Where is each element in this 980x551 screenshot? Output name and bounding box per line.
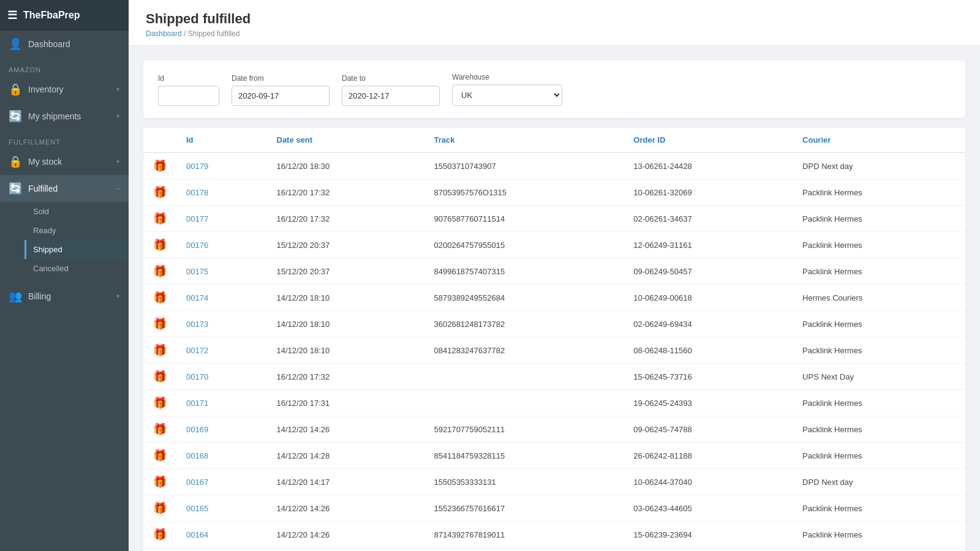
row-package-icon: 🎁 <box>153 502 167 514</box>
table-row: 🎁 00179 16/12/20 18:30 15503710743907 13… <box>143 152 965 179</box>
sidebar-item-billing[interactable]: 👥 Billing + <box>0 283 129 310</box>
breadcrumb-parent[interactable]: Dashboard <box>146 29 182 38</box>
sidebar-subitem-ready[interactable]: Ready <box>24 221 129 240</box>
row-id-link[interactable]: 00178 <box>186 188 208 197</box>
row-icon-cell: 🎁 <box>143 469 176 495</box>
row-order-id-cell: 15-06245-73716 <box>624 364 793 390</box>
row-id-cell: 00170 <box>176 364 267 390</box>
row-id-link[interactable]: 00168 <box>186 451 208 460</box>
row-id-link[interactable]: 00167 <box>186 478 208 487</box>
row-id-link[interactable]: 00172 <box>186 346 208 355</box>
row-date-sent-cell: 14/12/20 18:10 <box>267 285 424 311</box>
th-icon <box>143 128 176 152</box>
table-row: 🎁 00171 16/12/20 17:31 19-06245-24393 Pa… <box>143 390 965 416</box>
row-track-cell <box>424 390 624 416</box>
table-row: 🎁 00165 14/12/20 14:26 1552366757616617 … <box>143 495 965 522</box>
row-icon-cell: 🎁 <box>143 206 176 232</box>
fulfilled-icon: 🔄 <box>9 182 22 195</box>
row-date-sent-cell: 14/12/20 14:26 <box>267 548 424 552</box>
row-courier-cell: Packlink Hermes <box>793 232 965 258</box>
row-courier-cell: Packlink Hermes <box>793 548 965 552</box>
table-row: 🎁 00164 14/12/20 14:26 8714392767819011 … <box>143 522 965 548</box>
row-id-link[interactable]: 00175 <box>186 267 208 276</box>
sidebar-item-fulfilled-label: Fulfilled <box>28 184 58 193</box>
sidebar-item-my-stock[interactable]: 🔒 My stock + <box>0 148 129 175</box>
row-date-sent-cell: 15/12/20 20:37 <box>267 258 424 285</box>
table-body: 🎁 00179 16/12/20 18:30 15503710743907 13… <box>143 152 965 551</box>
row-date-sent-cell: 14/12/20 18:10 <box>267 311 424 337</box>
row-package-icon: 🎁 <box>153 160 167 172</box>
row-id-link[interactable]: 00174 <box>186 293 208 302</box>
row-order-id-cell: 12-06249-31161 <box>624 232 793 258</box>
sidebar-subitem-shipped[interactable]: Shipped <box>24 240 129 259</box>
row-courier-cell: Packlink Hermes <box>793 416 965 443</box>
row-order-id-cell: 15-06239-23694 <box>624 522 793 548</box>
inventory-icon: 🔒 <box>9 83 22 96</box>
row-track-cell: 15503710743907 <box>424 152 624 179</box>
sidebar-item-my-shipments[interactable]: 🔄 My shipments + <box>0 103 129 130</box>
row-order-id-cell: 02-06261-34637 <box>624 206 793 232</box>
row-order-id-cell: 19-06245-24393 <box>624 390 793 416</box>
page-header: Shipped fulfilled Dashboard / Shipped fu… <box>129 0 980 46</box>
row-track-cell: 3602681248173782 <box>424 311 624 337</box>
row-id-link[interactable]: 00179 <box>186 162 208 171</box>
row-id-cell: 00174 <box>176 285 267 311</box>
filter-date-from-input[interactable] <box>232 86 330 106</box>
app-name: TheFbaPrep <box>23 10 80 21</box>
row-date-sent-cell: 16/12/20 17:32 <box>267 206 424 232</box>
row-icon-cell: 🎁 <box>143 416 176 443</box>
row-track-cell: 15505353333131 <box>424 469 624 495</box>
row-track-cell: 5879389249552684 <box>424 285 624 311</box>
row-package-icon: 🎁 <box>153 528 167 541</box>
menu-icon[interactable]: ☰ <box>7 9 17 22</box>
row-id-link[interactable]: 00164 <box>186 530 208 539</box>
row-track-cell: 9076587760711514 <box>424 206 624 232</box>
row-order-id-cell: 10-06261-32069 <box>624 179 793 206</box>
th-courier[interactable]: Courier <box>793 128 965 152</box>
row-date-sent-cell: 15/12/20 20:37 <box>267 232 424 258</box>
billing-expand-icon: + <box>116 292 120 301</box>
sidebar-item-fulfilled[interactable]: 🔄 Fulfilled − <box>0 175 129 202</box>
filter-date-to-input[interactable] <box>342 86 440 106</box>
table-row: 🎁 00170 16/12/20 17:32 15-06245-73716 UP… <box>143 364 965 390</box>
table-row: 🎁 00162 14/12/20 14:26 0650272758032612 … <box>143 548 965 552</box>
th-date-sent[interactable]: Date sent <box>267 128 424 152</box>
row-order-id-cell: 10-06249-00618 <box>624 285 793 311</box>
th-order-id[interactable]: Order ID <box>624 128 793 152</box>
row-id-link[interactable]: 00173 <box>186 320 208 329</box>
fulfilled-subitems: Sold Ready Shipped Cancelled <box>0 202 129 278</box>
row-track-cell: 87053957576O1315 <box>424 179 624 206</box>
sidebar-subitem-cancelled[interactable]: Cancelled <box>24 259 129 278</box>
sidebar-item-inventory[interactable]: 🔒 Inventory + <box>0 76 129 103</box>
sidebar-item-dashboard[interactable]: 👤 Dashboard <box>0 31 129 58</box>
sidebar-subitem-sold[interactable]: Sold <box>24 202 129 221</box>
row-id-link[interactable]: 00171 <box>186 399 208 408</box>
row-id-cell: 00176 <box>176 232 267 258</box>
table-row: 🎁 00174 14/12/20 18:10 5879389249552684 … <box>143 285 965 311</box>
row-date-sent-cell: 16/12/20 17:32 <box>267 364 424 390</box>
row-id-link[interactable]: 00170 <box>186 372 208 381</box>
shipments-table: Id Date sent Track Order ID Courier 🎁 00… <box>143 128 965 551</box>
row-order-id-cell: 03-06243-44605 <box>624 495 793 522</box>
row-courier-cell: UPS Next Day <box>793 364 965 390</box>
filter-id-label: Id <box>158 74 219 83</box>
row-id-cell: 00175 <box>176 258 267 285</box>
filter-warehouse-select[interactable]: UK US DE FR ES IT <box>452 84 562 106</box>
sidebar-item-dashboard-label: Dashboard <box>28 39 70 49</box>
table-row: 🎁 00168 14/12/20 14:28 8541184759328115 … <box>143 443 965 469</box>
row-id-link[interactable]: 00176 <box>186 241 208 250</box>
filter-id-input[interactable] <box>158 86 219 106</box>
row-package-icon: 🎁 <box>153 265 167 277</box>
th-track[interactable]: Track <box>424 128 624 152</box>
th-id[interactable]: Id <box>176 128 267 152</box>
table-row: 🎁 00175 15/12/20 20:37 8499618757407315 … <box>143 258 965 285</box>
row-track-cell: 5921707759052111 <box>424 416 624 443</box>
row-id-link[interactable]: 00177 <box>186 214 208 223</box>
row-package-icon: 🎁 <box>153 449 167 462</box>
row-package-icon: 🎁 <box>153 291 167 304</box>
page-title: Shipped fulfilled <box>146 11 963 27</box>
row-id-link[interactable]: 00169 <box>186 425 208 434</box>
row-icon-cell: 🎁 <box>143 152 176 179</box>
row-id-link[interactable]: 00165 <box>186 504 208 513</box>
row-date-sent-cell: 14/12/20 14:26 <box>267 522 424 548</box>
